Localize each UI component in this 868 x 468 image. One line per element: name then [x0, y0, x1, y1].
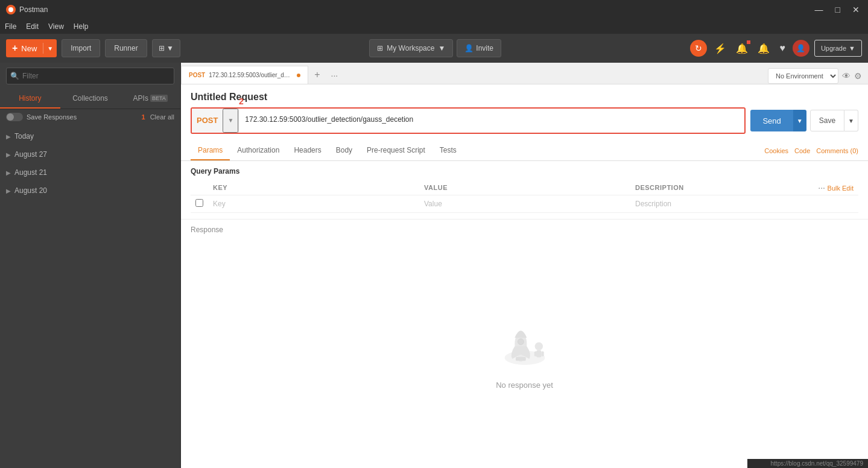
- new-dropdown-arrow[interactable]: ▼: [43, 45, 57, 52]
- bulk-edit-button[interactable]: Bulk Edit: [828, 185, 854, 192]
- history-group-today-header[interactable]: ▶ Today: [0, 130, 180, 143]
- menu-edit[interactable]: Edit: [26, 22, 39, 31]
- clear-all-button[interactable]: Clear all: [150, 113, 174, 121]
- tab-tests[interactable]: Tests: [432, 141, 464, 160]
- query-params-section: Query Params KEY VALUE DESCRIPTION: [181, 161, 868, 219]
- add-tab-button[interactable]: +: [308, 66, 326, 84]
- tab-params-label: Params: [198, 146, 223, 154]
- tab-collections[interactable]: Collections: [60, 89, 121, 109]
- invite-button[interactable]: 👤 Invite: [457, 39, 501, 57]
- save-button[interactable]: Save: [810, 110, 844, 131]
- close-button[interactable]: ✕: [850, 5, 862, 14]
- sync-button[interactable]: ↻: [690, 40, 707, 57]
- row-value-cell: [419, 195, 630, 213]
- sidebar-controls: Save Responses 1 Clear all: [0, 109, 180, 125]
- more-tabs-button[interactable]: ···: [326, 67, 343, 84]
- chevron-right-icon: ▶: [6, 133, 11, 140]
- svg-point-5: [534, 342, 542, 350]
- tab-prerequest-label: Pre-request Script: [367, 146, 425, 154]
- tab-headers[interactable]: Headers: [287, 141, 328, 160]
- history-group-aug21-header[interactable]: ▶ August 21: [0, 166, 180, 179]
- menu-view[interactable]: View: [48, 22, 64, 31]
- history-group-aug21: ▶ August 21: [0, 163, 180, 182]
- no-response-text: No response yet: [496, 381, 553, 390]
- row-checkbox[interactable]: [195, 199, 203, 207]
- avatar-icon-glyph: 👤: [796, 44, 805, 52]
- upgrade-button[interactable]: Upgrade ▼: [814, 40, 862, 57]
- bell-button[interactable]: 🔔: [755, 40, 772, 57]
- col-desc-header: DESCRIPTION: [630, 180, 810, 195]
- history-group-aug27-header[interactable]: ▶ August 27: [0, 148, 180, 161]
- search-wrapper: 🔍: [6, 68, 174, 84]
- toolbar: + New ▼ Import Runner ⊞ ▼ ⊞ My Workspace…: [0, 34, 868, 63]
- tab-authorization-label: Authorization: [237, 146, 279, 154]
- sidebar: 🔍 History Collections APIs BETA Save Res…: [0, 63, 181, 468]
- avatar[interactable]: 👤: [793, 40, 809, 57]
- menu-help[interactable]: Help: [74, 22, 89, 31]
- value-input[interactable]: [424, 200, 626, 208]
- workspace-button[interactable]: ⊞ My Workspace ▼: [369, 39, 453, 57]
- save-button-group: Save ▼: [810, 110, 858, 131]
- workspace-dropdown-icon: ▼: [438, 44, 445, 52]
- svg-point-3: [518, 338, 524, 344]
- menu-bar: File Edit View Help: [0, 19, 868, 34]
- runner-button[interactable]: Runner: [105, 39, 147, 57]
- env-gear-button[interactable]: ⚙: [854, 71, 862, 81]
- more-params-button[interactable]: ···: [818, 183, 825, 192]
- col-actions-header: ··· Bulk Edit: [810, 180, 858, 195]
- tab-history[interactable]: History: [0, 89, 60, 109]
- heart-button[interactable]: ♥: [777, 40, 788, 56]
- lightning-button[interactable]: ⚡: [712, 40, 729, 57]
- new-button-main: + New: [6, 43, 43, 54]
- svg-rect-6: [536, 350, 541, 357]
- save-dropdown-button[interactable]: ▼: [844, 110, 858, 131]
- menu-file[interactable]: File: [5, 22, 16, 31]
- search-input[interactable]: [6, 68, 174, 84]
- tab-headers-label: Headers: [294, 146, 321, 154]
- key-input[interactable]: [213, 200, 414, 208]
- person-icon: 👤: [464, 44, 474, 52]
- send-dropdown-button[interactable]: ▼: [793, 110, 806, 131]
- code-link[interactable]: Code: [794, 147, 810, 154]
- history-count: 1: [142, 113, 145, 121]
- no-response-area: No response yet: [181, 238, 868, 468]
- send-button[interactable]: Send: [750, 110, 793, 131]
- tab-body[interactable]: Body: [329, 141, 360, 160]
- new-label: New: [21, 44, 37, 53]
- import-button[interactable]: Import: [62, 39, 100, 57]
- tab-url-label: 172.30.12.59:5003/outlier_det...: [209, 72, 293, 78]
- svg-point-0: [8, 7, 13, 12]
- send-button-group: Send ▼: [750, 110, 806, 131]
- env-eye-button[interactable]: 👁: [842, 71, 851, 81]
- request-tab-active[interactable]: POST 172.30.12.59:5003/outlier_det...: [181, 66, 308, 84]
- col-checkbox-header: [191, 180, 208, 195]
- window-controls: — □ ✕: [813, 5, 862, 14]
- method-dropdown-button[interactable]: ▼: [223, 109, 238, 133]
- tab-params[interactable]: Params: [191, 141, 230, 160]
- sidebar-tabs: History Collections APIs BETA: [0, 89, 180, 109]
- desc-input[interactable]: [635, 200, 805, 208]
- layout-button[interactable]: ⊞ ▼: [152, 39, 180, 57]
- history-group-aug20-header[interactable]: ▶ August 20: [0, 184, 180, 197]
- maximize-button[interactable]: □: [833, 5, 843, 14]
- toggle-knob: [7, 113, 14, 121]
- url-input-group: 1 POST ▼: [191, 107, 746, 134]
- tab-authorization[interactable]: Authorization: [230, 141, 287, 160]
- sidebar-history: ▶ Today ▶ August 27 ▶ August 21 ▶: [0, 125, 180, 468]
- url-input[interactable]: [239, 109, 744, 130]
- new-button[interactable]: + New ▼: [6, 39, 57, 57]
- tab-collections-label: Collections: [72, 94, 108, 103]
- notification-button[interactable]: 🔔: [733, 40, 750, 57]
- history-group-aug27-label: August 27: [14, 150, 47, 159]
- comments-link[interactable]: Comments (0): [816, 147, 858, 154]
- toggle-switch[interactable]: [6, 113, 23, 121]
- tab-apis[interactable]: APIs BETA: [120, 89, 180, 109]
- tab-tests-label: Tests: [440, 146, 457, 154]
- cookies-link[interactable]: Cookies: [764, 147, 788, 154]
- tab-prerequest[interactable]: Pre-request Script: [360, 141, 432, 160]
- chevron-right-icon-3: ▶: [6, 169, 11, 176]
- bottom-url: https://blog.csdn.net/qq_32599479: [771, 460, 863, 467]
- minimize-button[interactable]: —: [813, 5, 826, 14]
- save-responses-label: Save Responses: [27, 113, 77, 121]
- env-select[interactable]: No Environment: [768, 68, 838, 84]
